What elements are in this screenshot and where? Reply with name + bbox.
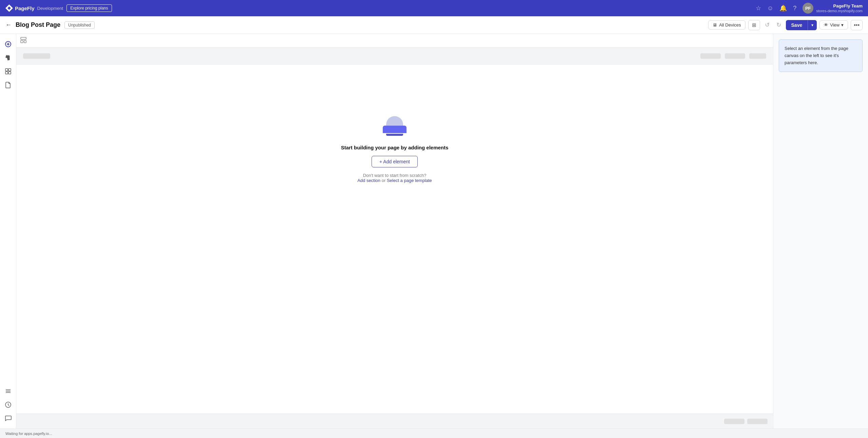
user-info: PF PageFly Team stores-demo.myshopify.co… xyxy=(803,3,863,14)
left-sidebar xyxy=(0,34,16,428)
grid-toggle-button[interactable]: ⊞ xyxy=(748,20,760,30)
top-nav: PageFly Development Explore pricing plan… xyxy=(0,0,868,16)
top-nav-left: PageFly Development Explore pricing plan… xyxy=(5,4,112,12)
svg-rect-11 xyxy=(21,37,26,39)
svg-rect-6 xyxy=(8,72,11,74)
avatar: PF xyxy=(803,3,813,14)
page-title: Blog Post Page xyxy=(16,21,60,29)
emoji-icon[interactable]: ☺ xyxy=(767,5,773,12)
sidebar-item-pages[interactable] xyxy=(2,79,14,91)
right-panel: Select an element from the page canvas o… xyxy=(773,34,868,428)
save-button-group: Save ▾ xyxy=(786,20,817,30)
user-details: PageFly Team stores-demo.myshopify.com xyxy=(816,3,863,13)
scratch-label: Don't want to start from scratch? xyxy=(363,173,427,178)
canvas-header-skeleton xyxy=(16,48,773,65)
view-button[interactable]: 👁 View ▾ xyxy=(819,20,848,30)
brand-logo: PageFly Development xyxy=(5,4,63,12)
svg-rect-5 xyxy=(5,72,8,74)
cloud-base xyxy=(383,126,407,133)
cloud-top xyxy=(386,116,403,126)
empty-icon xyxy=(381,116,408,136)
bottom-skeleton1 xyxy=(724,419,744,424)
canvas-toolbar xyxy=(16,34,773,48)
sidebar-item-chat[interactable] xyxy=(2,412,14,424)
skeleton-nav2 xyxy=(725,53,745,59)
view-chevron-icon: ▾ xyxy=(841,22,844,28)
user-store: stores-demo.myshopify.com xyxy=(816,9,863,13)
brand-name: PageFly xyxy=(15,5,35,11)
add-element-button[interactable]: + Add element xyxy=(372,156,418,167)
info-box: Select an element from the page canvas o… xyxy=(779,39,863,72)
user-name: PageFly Team xyxy=(816,3,863,9)
canvas-frame: Start building your page by adding eleme… xyxy=(16,48,773,414)
status-badge: Unpublished xyxy=(64,21,95,29)
secondary-toolbar: ← Blog Post Page Unpublished 🖥 All Devic… xyxy=(0,16,868,34)
save-button[interactable]: Save xyxy=(786,20,808,30)
skeleton-nav3 xyxy=(749,53,766,59)
canvas-bottom-bar xyxy=(16,414,773,428)
or-label: or xyxy=(380,178,387,183)
all-devices-button[interactable]: 🖥 All Devices xyxy=(708,20,745,30)
save-dropdown-button[interactable]: ▾ xyxy=(808,20,817,30)
explore-pricing-button[interactable]: Explore pricing plans xyxy=(67,4,112,12)
empty-state: Start building your page by adding eleme… xyxy=(16,65,773,234)
sidebar-item-history[interactable] xyxy=(2,399,14,411)
toolbar-right: 🖥 All Devices ⊞ ↺ ↻ Save ▾ 👁 View ▾ ••• xyxy=(708,20,863,30)
view-label: View xyxy=(830,22,839,28)
canvas-frame-inner: Start building your page by adding eleme… xyxy=(16,48,773,414)
scratch-text: Don't want to start from scratch? Add se… xyxy=(357,173,432,183)
empty-title: Start building your page by adding eleme… xyxy=(341,145,449,150)
more-options-button[interactable]: ••• xyxy=(851,20,863,30)
svg-rect-13 xyxy=(24,40,26,43)
add-section-link[interactable]: Add section xyxy=(357,178,380,183)
structure-icon[interactable] xyxy=(20,37,26,44)
all-devices-label: All Devices xyxy=(719,22,741,28)
select-template-link[interactable]: Select a page template xyxy=(387,178,432,183)
svg-rect-12 xyxy=(21,40,23,43)
skeleton-nav1 xyxy=(700,53,721,59)
redo-button[interactable]: ↻ xyxy=(774,20,783,30)
sidebar-item-elements[interactable] xyxy=(2,65,14,77)
top-nav-right: ☆ ☺ 🔔 ? PF PageFly Team stores-demo.mysh… xyxy=(756,3,863,14)
back-button[interactable]: ← xyxy=(5,21,12,29)
svg-rect-3 xyxy=(5,69,8,71)
sidebar-item-layers[interactable] xyxy=(2,385,14,397)
info-text: Select an element from the page canvas o… xyxy=(785,46,848,65)
svg-rect-4 xyxy=(8,69,11,71)
canvas-area: Start building your page by adding eleme… xyxy=(16,34,773,428)
cloud-shadow xyxy=(386,134,403,136)
undo-button[interactable]: ↺ xyxy=(763,20,772,30)
sidebar-item-add[interactable] xyxy=(2,38,14,50)
help-icon[interactable]: ? xyxy=(793,5,796,12)
bell-icon[interactable]: 🔔 xyxy=(779,4,787,12)
star-icon[interactable]: ☆ xyxy=(756,4,761,12)
toolbar-left: ← Blog Post Page Unpublished xyxy=(5,21,95,29)
monitor-icon: 🖥 xyxy=(713,22,717,28)
logo-icon xyxy=(5,4,13,12)
status-text: Waiting for apps.pagefly.io... xyxy=(5,432,52,436)
main-content: Start building your page by adding eleme… xyxy=(0,34,868,428)
skeleton-logo xyxy=(23,53,50,59)
eye-icon: 👁 xyxy=(824,22,828,28)
brand-env: Development xyxy=(37,6,63,11)
status-bar: Waiting for apps.pagefly.io... xyxy=(0,428,868,438)
bottom-skeleton2 xyxy=(747,419,768,424)
sidebar-item-shopify[interactable] xyxy=(2,52,14,64)
avatar-initials: PF xyxy=(805,6,811,11)
